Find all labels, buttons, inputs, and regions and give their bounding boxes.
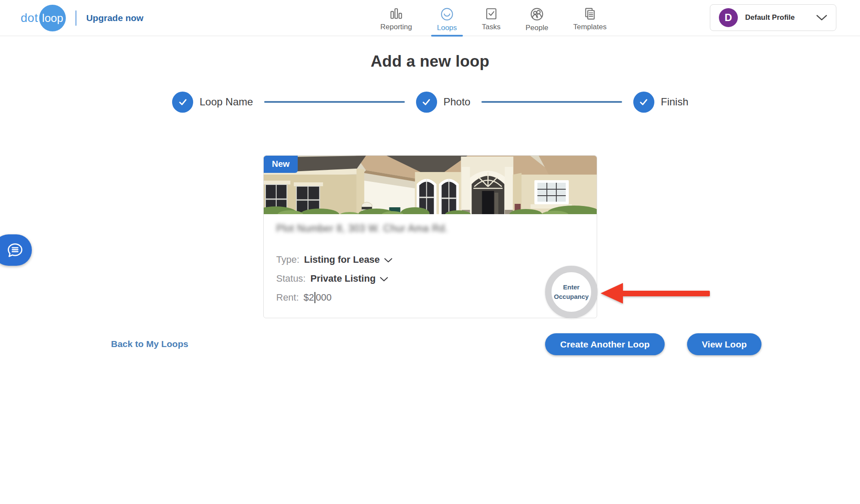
rent-label: Rent: <box>276 292 299 303</box>
rent-value-before-caret: $2 <box>304 292 314 303</box>
dotloop-logo[interactable]: dot loop Upgrade now <box>21 0 143 36</box>
tab-people-label: People <box>526 24 549 32</box>
step-connector <box>481 101 622 103</box>
status-value: Private Listing <box>310 273 376 284</box>
new-badge: New <box>264 156 298 173</box>
chat-bubble-icon <box>6 241 25 260</box>
top-nav-bar: dot loop Upgrade now Reporting <box>0 0 860 36</box>
avatar: D <box>719 8 738 27</box>
red-arrow-annotation <box>601 282 711 304</box>
type-dropdown[interactable]: Type: Listing for Lease <box>276 254 597 265</box>
enter-occupancy-line2: Occupancy <box>554 292 589 301</box>
step-complete-icon <box>633 92 654 113</box>
logo-divider <box>75 10 77 26</box>
arrow-shaft <box>621 291 710 296</box>
chevron-down-icon[interactable] <box>380 277 388 282</box>
chat-widget-button[interactable] <box>0 234 32 266</box>
loop-card: New Plot Number 8, 303 W. Chur Ama Rd. T… <box>263 155 597 318</box>
chevron-down-icon[interactable] <box>384 258 392 263</box>
enter-occupancy-button[interactable]: Enter Occupancy <box>545 266 598 318</box>
main-nav: Reporting Loops Tasks <box>380 0 607 36</box>
profile-dropdown[interactable]: D Default Profile <box>710 4 836 31</box>
tab-loops[interactable]: Loops <box>437 0 457 36</box>
rent-value[interactable]: $2000 <box>304 292 332 303</box>
people-icon <box>530 7 544 21</box>
step-photo-label: Photo <box>444 96 471 108</box>
documents-icon <box>583 7 596 20</box>
type-label: Type: <box>276 254 299 265</box>
step-complete-icon <box>416 92 437 113</box>
tab-loops-label: Loops <box>437 24 457 32</box>
app-root: dot loop Upgrade now Reporting <box>0 0 860 504</box>
tab-templates-label: Templates <box>573 23 606 31</box>
create-another-loop-button[interactable]: Create Another Loop <box>545 333 665 355</box>
status-label: Status: <box>276 273 305 284</box>
active-tab-underline <box>431 35 463 37</box>
step-loop-name: Loop Name <box>172 92 253 113</box>
house-photo-graphic <box>264 156 597 214</box>
text-caret <box>314 292 315 303</box>
tab-reporting-label: Reporting <box>380 23 412 31</box>
bar-chart-icon <box>390 7 403 20</box>
enter-occupancy-line1: Enter <box>563 283 579 292</box>
loop-icon <box>440 7 454 21</box>
step-loop-name-label: Loop Name <box>200 96 253 108</box>
page-title: Add a new loop <box>0 52 860 71</box>
chevron-down-icon <box>816 15 827 21</box>
rent-value-after-caret: 000 <box>316 292 332 303</box>
loop-address: Plot Number 8, 303 W. Chur Ama Rd. <box>276 223 448 234</box>
house-photo: New <box>264 156 597 214</box>
checkbox-icon <box>485 7 498 20</box>
step-finish: Finish <box>633 92 688 113</box>
upgrade-now-link[interactable]: Upgrade now <box>86 13 143 23</box>
type-value: Listing for Lease <box>304 254 380 265</box>
tab-tasks[interactable]: Tasks <box>482 0 500 36</box>
tab-reporting[interactable]: Reporting <box>380 0 412 36</box>
logo-dot-text: dot <box>21 11 38 25</box>
view-loop-button[interactable]: View Loop <box>687 333 761 355</box>
step-finish-label: Finish <box>661 96 688 108</box>
back-to-my-loops-link[interactable]: Back to My Loops <box>111 339 188 349</box>
stepper: Loop Name Photo Finish <box>172 91 688 113</box>
step-photo: Photo <box>416 92 471 113</box>
logo-loop-circle: loop <box>39 5 66 31</box>
tab-people[interactable]: People <box>526 0 549 36</box>
step-connector <box>264 101 405 103</box>
tab-tasks-label: Tasks <box>482 23 500 31</box>
profile-name: Default Profile <box>745 13 795 22</box>
tab-templates[interactable]: Templates <box>573 0 606 36</box>
step-complete-icon <box>172 92 193 113</box>
arrow-head <box>601 283 623 304</box>
